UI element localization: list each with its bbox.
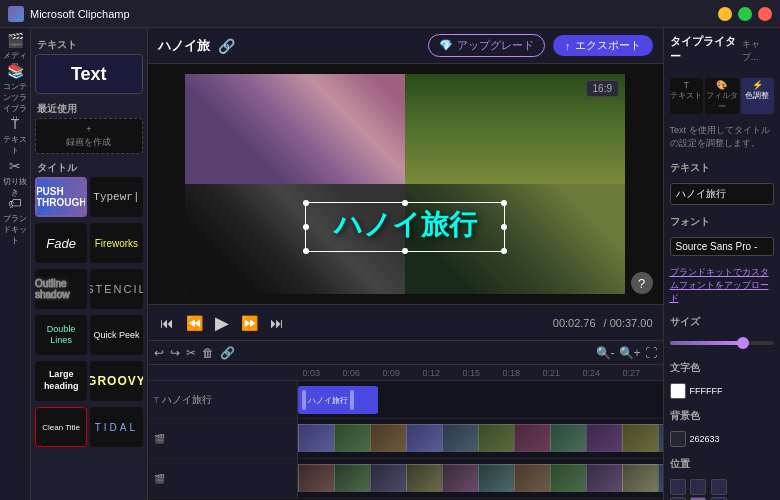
template-row-5: Largeheading GROOVY xyxy=(35,361,143,404)
sidebar-item-text[interactable]: T テキスト xyxy=(0,116,30,156)
text-color-box[interactable] xyxy=(670,383,686,399)
split-button[interactable]: ✂ xyxy=(186,346,196,360)
minimize-button[interactable] xyxy=(718,7,732,21)
template-fade[interactable]: Fade xyxy=(35,223,87,263)
template-fireworks[interactable]: Fireworks xyxy=(90,223,142,263)
film-cell xyxy=(298,464,334,492)
video-cell-bottom-left xyxy=(185,184,405,294)
zoom-in-button[interactable]: 🔍+ xyxy=(619,346,641,360)
template-outline-shadow[interactable]: Outline shadow xyxy=(35,269,87,309)
template-groovy[interactable]: GROOVY xyxy=(90,361,142,401)
template-row-6: Clean Title TIDAL xyxy=(35,407,143,450)
pos-top-right[interactable] xyxy=(711,479,727,495)
video-track-1-content[interactable] xyxy=(298,419,663,458)
next-frame-button[interactable]: ⏭ xyxy=(268,313,286,333)
templates-panel: テキスト Text 最近使用 + 録画を作成 タイトル PUSH THROUGH… xyxy=(31,28,148,500)
redo-button[interactable]: ↪ xyxy=(170,346,180,360)
prev-frame-button[interactable]: ⏮ xyxy=(158,313,176,333)
center-area: ハノイ旅 🔗 💎 アップグレード ↑ エクスポート ハノイ旅行 xyxy=(148,28,663,500)
template-text[interactable]: Text xyxy=(35,54,143,94)
brand-kit-link[interactable]: ブランドキットでカスタムフォントをアップロード xyxy=(670,266,774,305)
template-clean-title[interactable]: Clean Title xyxy=(35,407,87,447)
pos-top-left[interactable] xyxy=(670,479,686,495)
sidebar-item-brand[interactable]: 🏷 ブランドキット xyxy=(0,200,30,240)
double-label: DoubleLines xyxy=(47,324,76,346)
ruler-mark-4: 0:15 xyxy=(463,368,503,378)
video-cell-top-left xyxy=(185,74,405,184)
text-color-hex: FFFFFF xyxy=(690,386,723,396)
scissors-icon: ✂ xyxy=(9,158,21,174)
clip-handle-left[interactable] xyxy=(302,390,306,410)
bg-color-box[interactable] xyxy=(670,431,686,447)
share-icon[interactable]: 🔗 xyxy=(218,38,235,54)
font-selector[interactable]: Source Sans Pro - xyxy=(670,237,774,256)
ruler-mark-7: 0:24 xyxy=(583,368,623,378)
ruler-mark-0: 0:03 xyxy=(303,368,343,378)
film-cell xyxy=(622,464,658,492)
template-tidal[interactable]: TIDAL xyxy=(90,407,142,447)
size-slider[interactable] xyxy=(670,341,774,345)
color-tab-icon: 🎨 xyxy=(716,80,727,90)
text-value-display[interactable]: ハノイ旅行 xyxy=(670,183,774,205)
tab-color[interactable]: 🎨 フィルター xyxy=(705,78,738,114)
text-color-title: 文字色 xyxy=(670,361,774,375)
tab-adjust[interactable]: ⚡ 色調整 xyxy=(741,78,774,114)
zoom-controls: 🔍- 🔍+ ⛶ xyxy=(596,346,657,360)
help-button[interactable]: ? xyxy=(631,272,653,294)
fireworks-label: Fireworks xyxy=(95,238,138,249)
close-button[interactable] xyxy=(758,7,772,21)
undo-button[interactable]: ↩ xyxy=(154,346,164,360)
playback-controls: ⏮ ⏪ ▶ ⏩ ⏭ 00:02.76 / 00:37.00 xyxy=(148,304,663,340)
text-color-swatch[interactable]: FFFFFF xyxy=(670,383,774,399)
video-canvas: ハノイ旅行 16:9 xyxy=(185,74,625,294)
template-quick-peek[interactable]: Quick Peek xyxy=(90,315,142,355)
template-typewriter-1[interactable]: Typewr| xyxy=(90,177,142,217)
large-label: Largeheading xyxy=(44,369,79,392)
color-tab-label: フィルター xyxy=(706,91,738,111)
clip-handle-right[interactable] xyxy=(350,390,354,410)
template-recently-created[interactable]: + 録画を作成 xyxy=(35,118,143,154)
template-double-lines[interactable]: DoubleLines xyxy=(35,315,87,355)
fullscreen-button[interactable]: ⛶ xyxy=(645,346,657,360)
sidebar-item-content-library[interactable]: 📚 コンテンツライブラリ xyxy=(0,74,30,114)
film-cell xyxy=(406,424,442,452)
template-large-heading[interactable]: Largeheading xyxy=(35,361,87,401)
film-cell xyxy=(442,424,478,452)
maximize-button[interactable] xyxy=(738,7,752,21)
template-row-4: DoubleLines Quick Peek xyxy=(35,315,143,358)
zoom-out-button[interactable]: 🔍- xyxy=(596,346,615,360)
video-track-2-content[interactable] xyxy=(298,459,663,498)
template-push-through[interactable]: PUSH THROUGH xyxy=(35,177,87,217)
sidebar-item-cut[interactable]: ✂ 切り抜き xyxy=(0,158,30,198)
bg-color-swatch[interactable]: 262633 xyxy=(670,431,774,447)
export-button[interactable]: ↑ エクスポート xyxy=(553,35,653,56)
rewind-button[interactable]: ⏪ xyxy=(184,313,205,333)
pos-top-center[interactable] xyxy=(690,479,706,495)
close-panel-button[interactable]: キャプ... xyxy=(742,38,774,64)
filmstrip-2 xyxy=(298,464,663,492)
text-track-row: T ハノイ旅行 ハノイ旅行 xyxy=(148,381,663,419)
main-layout: 🎬 メディア 📚 コンテンツライブラリ T テキスト ✂ 切り抜き 🏷 ブランド… xyxy=(0,28,780,500)
text-track-content[interactable]: ハノイ旅行 xyxy=(298,381,663,418)
film-cell xyxy=(586,424,622,452)
text-tab-label: テキスト xyxy=(670,91,702,100)
text-clip[interactable]: ハノイ旅行 xyxy=(298,386,378,414)
tab-text[interactable]: T テキスト xyxy=(670,78,703,114)
upgrade-button[interactable]: 💎 アップグレード xyxy=(428,34,545,57)
fast-forward-button[interactable]: ⏩ xyxy=(239,313,260,333)
library-icon: 📚 xyxy=(7,63,24,79)
recently-created-label: 録画を作成 xyxy=(66,136,111,149)
template-stencil[interactable]: Stencil xyxy=(90,269,142,309)
size-slider-thumb[interactable] xyxy=(737,337,749,349)
film-cell xyxy=(550,464,586,492)
size-section-title: サイズ xyxy=(670,315,774,329)
delete-button[interactable]: 🗑 xyxy=(202,346,214,360)
film-cell xyxy=(298,424,334,452)
video-track-2-label: 🎬 xyxy=(148,459,298,498)
link-button[interactable]: 🔗 xyxy=(220,346,235,360)
upgrade-icon: 💎 xyxy=(439,39,453,52)
right-panel-tabs: T テキスト 🎨 フィルター ⚡ 色調整 xyxy=(670,78,774,114)
ruler-mark-2: 0:09 xyxy=(383,368,423,378)
quickpeek-label: Quick Peek xyxy=(93,330,139,340)
play-button[interactable]: ▶ xyxy=(213,310,231,336)
